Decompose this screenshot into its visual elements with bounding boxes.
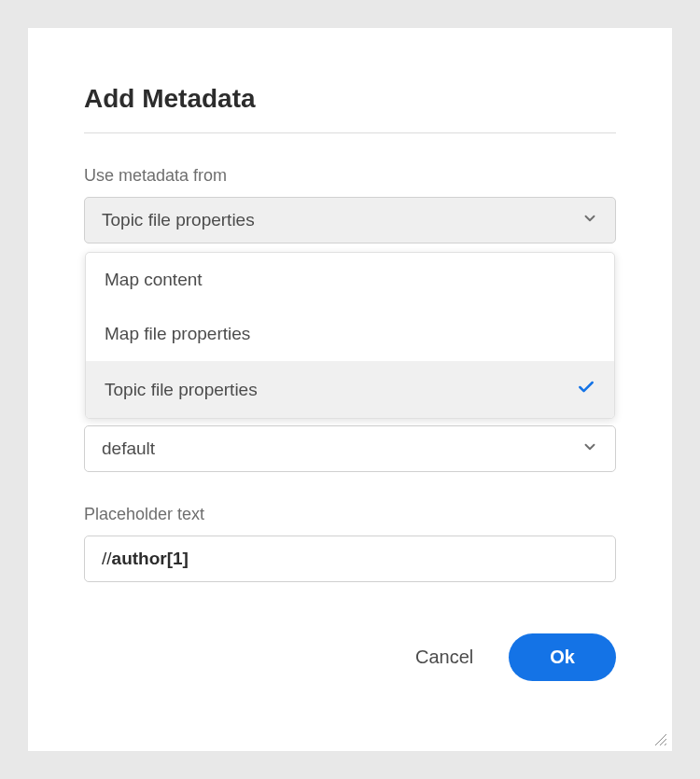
secondary-select-value: default: [102, 438, 155, 459]
divider: [84, 132, 616, 133]
metadata-source-selected-value: Topic file properties: [102, 210, 255, 230]
check-icon: [577, 378, 595, 401]
cancel-button[interactable]: Cancel: [408, 637, 481, 677]
metadata-source-field: Use metadata from Topic file properties …: [84, 166, 616, 243]
placeholder-text-prefix: //: [102, 549, 112, 569]
metadata-source-dropdown: Map content Map file properties Topic fi…: [85, 252, 615, 419]
dropdown-option-label: Topic file properties: [105, 380, 258, 400]
chevron-down-icon: [581, 210, 598, 231]
dialog-title: Add Metadata: [84, 84, 616, 114]
metadata-source-label: Use metadata from: [84, 166, 616, 186]
metadata-source-select[interactable]: Topic file properties Map content Map fi…: [84, 197, 616, 243]
dropdown-option-map-content[interactable]: Map content: [86, 253, 614, 307]
dialog-button-row: Cancel Ok: [84, 633, 616, 681]
resize-handle-icon[interactable]: [653, 732, 666, 745]
placeholder-text-value: author[1]: [112, 549, 189, 569]
svg-line-0: [655, 734, 666, 745]
placeholder-text-field: Placeholder text //author[1]: [84, 505, 616, 582]
secondary-select-field: default: [84, 425, 616, 472]
dropdown-option-topic-file-properties[interactable]: Topic file properties: [86, 361, 614, 418]
dropdown-option-label: Map file properties: [105, 324, 250, 344]
dropdown-option-map-file-properties[interactable]: Map file properties: [86, 307, 614, 361]
dropdown-option-label: Map content: [105, 270, 203, 290]
add-metadata-dialog: Add Metadata Use metadata from Topic fil…: [28, 28, 672, 751]
secondary-select[interactable]: default: [84, 425, 616, 472]
placeholder-text-label: Placeholder text: [84, 505, 616, 524]
ok-button[interactable]: Ok: [509, 633, 616, 681]
placeholder-text-input[interactable]: //author[1]: [84, 536, 616, 582]
chevron-down-icon: [581, 438, 598, 460]
svg-line-2: [665, 744, 666, 745]
